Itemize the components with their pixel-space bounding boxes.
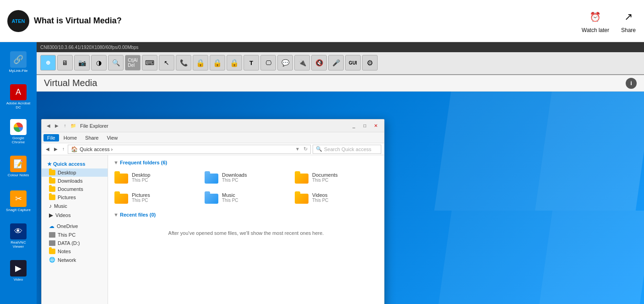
fe-folder-music[interactable]: Music This PC — [203, 189, 289, 206]
fe-notes-folder-icon — [49, 249, 55, 254]
fe-documents-folder-icon — [49, 186, 55, 192]
aten-logo: ATEN — [7, 10, 29, 32]
fe-menu-home[interactable]: Home — [60, 134, 81, 141]
sidebar-item-notes[interactable]: 📝 Colour Notes — [5, 154, 31, 179]
tb-cad-icon[interactable]: Ct|AlDel — [125, 55, 141, 71]
fe-sidebar-downloads-label: Downloads — [58, 178, 82, 184]
fe-folder-downloads-info: Downloads This PC — [222, 172, 247, 183]
fe-sidebar-network[interactable]: 🌐 Network — [42, 255, 108, 264]
fe-search-input[interactable]: 🔍 Search Quick access — [313, 145, 381, 154]
fe-folder-music-thumb — [205, 191, 219, 204]
fe-sidebar-videos[interactable]: ▶ Videos — [42, 211, 108, 220]
fe-folder-pictures[interactable]: Pictures This PC — [113, 189, 199, 206]
fe-minimize-button[interactable]: _ — [349, 123, 358, 129]
tb-usb-icon[interactable]: 🔌 — [294, 55, 310, 71]
fe-data-drive-icon — [49, 240, 55, 246]
watch-later-icon: ⏰ — [587, 9, 604, 25]
tb-lock2-icon[interactable]: 🔒 — [210, 55, 225, 71]
fe-folders-grid: Desktop This PC Downloads — [113, 169, 379, 206]
tb-browser-icon[interactable]: ⊕ — [40, 55, 56, 71]
fe-folder-documents-info: Documents This PC — [312, 172, 338, 183]
fe-addr-forward-icon[interactable]: ▶ — [53, 146, 59, 152]
watch-later-button[interactable]: ⏰ Watch later — [582, 9, 609, 33]
fe-maximize-button[interactable]: □ — [360, 123, 369, 129]
fe-menu-file[interactable]: File — [43, 134, 59, 141]
fe-forward-icon[interactable]: ▶ — [54, 123, 60, 129]
file-explorer-main: ▼ Frequent folders (6) Desktop — [108, 155, 384, 304]
link-icon: 🔗 — [10, 51, 27, 68]
vnc-icon: 👁 — [10, 223, 27, 239]
file-explorer-body: ★ Quick access Desktop Downloads Documen… — [42, 155, 384, 304]
tb-lock1-icon[interactable]: 🔒 — [193, 55, 208, 71]
tb-cursor-icon[interactable]: ↖ — [159, 55, 174, 71]
fe-sidebar-desktop[interactable]: Desktop — [42, 168, 108, 177]
sidebar-item-video[interactable]: ▶ Video — [5, 258, 31, 284]
tb-zoom-icon[interactable]: 🔍 — [108, 55, 124, 71]
fe-close-button[interactable]: ✕ — [371, 123, 380, 129]
vm-info-icon[interactable]: i — [626, 78, 637, 89]
fe-addr-up-icon[interactable]: ↑ — [61, 146, 66, 152]
tb-gui-icon[interactable]: GUI — [345, 55, 361, 71]
tb-text1-icon[interactable]: T — [244, 55, 259, 71]
fe-sidebar-music[interactable]: ♪ Music — [42, 201, 108, 211]
fe-folder-documents-name: Documents — [312, 172, 338, 178]
sidebar-item-mylink[interactable]: 🔗 MyLink-File — [5, 49, 31, 75]
tb-contrast-icon[interactable]: ◑ — [91, 55, 107, 71]
file-explorer-address-bar: ◀ ▶ ↑ 🏠 Quick access › ▼ ↻ 🔍 Search Quic… — [42, 143, 384, 155]
fe-sidebar-thispc[interactable]: This PC — [42, 231, 108, 239]
fe-quick-access-header: ★ Quick access — [42, 160, 108, 168]
sidebar-item-vnc[interactable]: 👁 RealVNC Viewer — [5, 223, 31, 249]
notes-icon: 📝 — [10, 156, 27, 172]
tb-mic-icon[interactable]: 🎤 — [328, 55, 344, 71]
video-title: What is Virtual Media? — [34, 16, 122, 26]
video-icon: ▶ — [10, 260, 27, 277]
tb-phone-icon[interactable]: 📞 — [176, 55, 191, 71]
fe-folder-videos[interactable]: Videos This PC — [293, 189, 379, 206]
fe-onedrive-icon: ☁ — [49, 223, 54, 229]
fe-folder-desktop[interactable]: Desktop This PC — [113, 169, 199, 185]
fe-search-placeholder: Search Quick access — [324, 147, 371, 152]
toolbar-icons-row: ⊕ 🖥 📷 ◑ 🔍 Ct|AlDel ⌨ ↖ 📞 🔒 🔒 🔒 T 🖵 💬 🔌 🔇… — [40, 55, 378, 71]
file-explorer-sidebar: ★ Quick access Desktop Downloads Documen… — [42, 155, 108, 304]
tb-monitor-icon[interactable]: 🖥 — [57, 55, 73, 71]
tb-lock3-icon[interactable]: 🔒 — [227, 55, 242, 71]
share-label: Share — [621, 27, 636, 33]
fe-sidebar-data-drive[interactable]: DATA (D:) — [42, 239, 108, 247]
tb-keyboard-icon[interactable]: ⌨ — [142, 55, 157, 71]
fe-sidebar-documents[interactable]: Documents — [42, 185, 108, 193]
fe-folder-icon-title: 📁 — [70, 123, 76, 129]
fe-folder-downloads[interactable]: Downloads This PC — [203, 169, 289, 185]
fe-addr-dropdown-icon[interactable]: ▼ — [295, 147, 300, 152]
acrobat-icon: A — [10, 84, 27, 100]
fe-menu-share[interactable]: Share — [81, 134, 102, 141]
fe-address-path[interactable]: 🏠 Quick access › ▼ ↻ — [68, 145, 311, 154]
fe-menu-view[interactable]: View — [103, 134, 121, 141]
logo-area: ATEN What is Virtual Media? — [7, 10, 582, 32]
fe-sidebar-notes[interactable]: Notes — [42, 247, 108, 255]
fe-folder-videos-info: Videos This PC — [312, 192, 329, 203]
fe-addr-back-icon[interactable]: ◀ — [44, 146, 51, 152]
fe-sidebar-onedrive[interactable]: ☁ OneDrive — [42, 222, 108, 231]
virtual-media-text: Virtual Media — [44, 78, 97, 88]
tb-settings-icon[interactable]: ⚙ — [362, 55, 378, 71]
sidebar-item-acrobat[interactable]: A Adobe Acrobat DC — [5, 84, 31, 110]
fe-up-icon[interactable]: ↑ — [62, 123, 68, 129]
fe-folder-documents[interactable]: Documents This PC — [293, 169, 379, 185]
tb-mute-icon[interactable]: 🔇 — [311, 55, 327, 71]
fe-sidebar-downloads[interactable]: Downloads — [42, 177, 108, 185]
fe-sidebar-notes-label: Notes — [58, 249, 71, 254]
sidebar-item-chrome[interactable]: Google Chrome — [5, 119, 31, 145]
fe-video-icon: ▶ — [49, 212, 53, 218]
fe-folder-documents-thumb — [295, 171, 309, 184]
fe-sidebar-pictures[interactable]: Pictures — [42, 193, 108, 201]
sidebar-item-snagit[interactable]: ✂ SnagIt Capture — [5, 189, 31, 214]
fe-refresh-icon[interactable]: ↻ — [303, 146, 308, 152]
fe-back-icon[interactable]: ◀ — [45, 123, 52, 129]
fe-sidebar-thispc-label: This PC — [58, 232, 76, 238]
share-button[interactable]: ↗ Share — [620, 9, 637, 33]
fe-folder-music-name: Music — [222, 192, 238, 198]
tb-display-icon[interactable]: 🖵 — [260, 55, 276, 71]
sidebar-label-mylink: MyLink-File — [9, 69, 28, 73]
tb-chat-icon[interactable]: 💬 — [277, 55, 293, 71]
tb-camera-icon[interactable]: 📷 — [74, 55, 90, 71]
